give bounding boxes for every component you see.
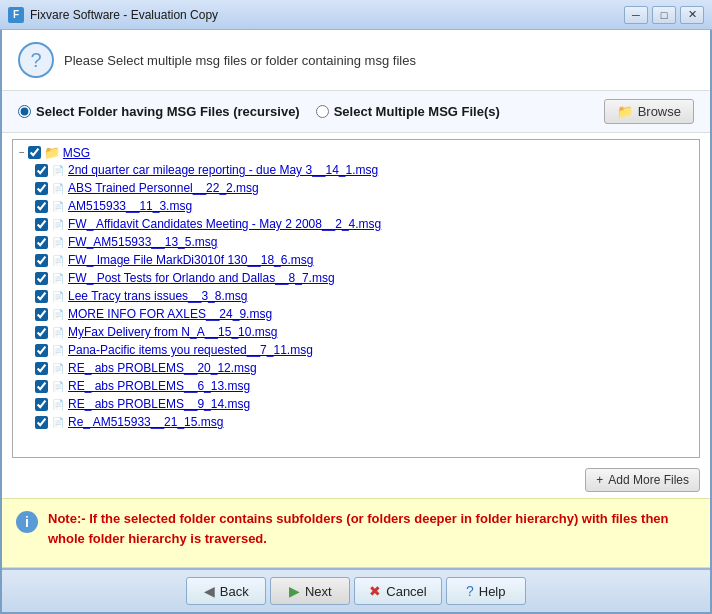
browse-label: Browse [638, 104, 681, 119]
file-name: FW_ Post Tests for Orlando and Dallas__8… [68, 271, 335, 285]
browse-icon: 📁 [617, 104, 633, 119]
file-checkbox[interactable] [35, 416, 48, 429]
radio-files[interactable] [316, 105, 329, 118]
file-name: MORE INFO FOR AXLES__24_9.msg [68, 307, 272, 321]
tree-item[interactable]: 📄2nd quarter car mileage reporting - due… [33, 161, 695, 179]
file-name: RE_ abs PROBLEMS__20_12.msg [68, 361, 257, 375]
file-tree-wrapper: − 📁 MSG 📄2nd quarter car mileage reporti… [12, 139, 700, 458]
folder-icon: 📁 [44, 145, 60, 160]
maximize-button[interactable]: □ [652, 6, 676, 24]
back-button[interactable]: ◀ Back [186, 577, 266, 605]
info-icon: ? [18, 42, 54, 78]
file-checkbox[interactable] [35, 200, 48, 213]
file-name: AM515933__11_3.msg [68, 199, 192, 213]
file-name: Re_ AM515933__21_15.msg [68, 415, 223, 429]
radio-files-label: Select Multiple MSG File(s) [334, 104, 500, 119]
radio-option-folder[interactable]: Select Folder having MSG Files (recursiv… [18, 104, 300, 119]
back-label: Back [220, 584, 249, 599]
add-more-icon: + [596, 473, 603, 487]
file-icon: 📄 [52, 291, 64, 302]
file-icon: 📄 [52, 381, 64, 392]
title-bar: F Fixvare Software - Evaluation Copy ─ □… [0, 0, 712, 30]
tree-item[interactable]: 📄AM515933__11_3.msg [33, 197, 695, 215]
bottom-nav: ◀ Back ▶ Next ✖ Cancel ? Help [2, 568, 710, 612]
tree-item[interactable]: 📄ABS Trained Personnel__22_2.msg [33, 179, 695, 197]
radio-option-files[interactable]: Select Multiple MSG File(s) [316, 104, 500, 119]
browse-button[interactable]: 📁 Browse [604, 99, 694, 124]
cancel-icon: ✖ [369, 583, 381, 599]
tree-item[interactable]: 📄Lee Tracy trans issues__3_8.msg [33, 287, 695, 305]
tree-item[interactable]: 📄Re_ AM515933__21_15.msg [33, 413, 695, 431]
file-icon: 📄 [52, 363, 64, 374]
tree-item[interactable]: 📄MyFax Delivery from N_A__15_10.msg [33, 323, 695, 341]
file-icon: 📄 [52, 237, 64, 248]
file-tree-scroll[interactable]: − 📁 MSG 📄2nd quarter car mileage reporti… [13, 140, 699, 457]
file-icon: 📄 [52, 255, 64, 266]
file-name: Pana-Pacific items you requested__7_11.m… [68, 343, 313, 357]
tree-item[interactable]: 📄FW_ Affidavit Candidates Meeting - May … [33, 215, 695, 233]
add-more-label: Add More Files [608, 473, 689, 487]
file-name: RE_ abs PROBLEMS__9_14.msg [68, 397, 250, 411]
cancel-button[interactable]: ✖ Cancel [354, 577, 441, 605]
tree-root-item[interactable]: − 📁 MSG [17, 144, 695, 161]
file-icon: 📄 [52, 219, 64, 230]
window-controls: ─ □ ✕ [624, 6, 704, 24]
file-checkbox[interactable] [35, 380, 48, 393]
tree-item[interactable]: 📄FW_ Post Tests for Orlando and Dallas__… [33, 269, 695, 287]
cancel-label: Cancel [386, 584, 426, 599]
file-checkbox[interactable] [35, 308, 48, 321]
help-button[interactable]: ? Help [446, 577, 526, 605]
file-checkbox[interactable] [35, 218, 48, 231]
file-checkbox[interactable] [35, 182, 48, 195]
file-checkbox[interactable] [35, 164, 48, 177]
note-text: Note:- If the selected folder contains s… [48, 509, 696, 548]
radio-folder-label: Select Folder having MSG Files (recursiv… [36, 104, 300, 119]
help-label: Help [479, 584, 506, 599]
next-label: Next [305, 584, 332, 599]
tree-item[interactable]: 📄RE_ abs PROBLEMS__20_12.msg [33, 359, 695, 377]
file-name: Lee Tracy trans issues__3_8.msg [68, 289, 247, 303]
tree-item[interactable]: 📄FW_AM515933__13_5.msg [33, 233, 695, 251]
window-content: ? Please Select multiple msg files or fo… [0, 30, 712, 614]
file-checkbox[interactable] [35, 236, 48, 249]
tree-item[interactable]: 📄RE_ abs PROBLEMS__6_13.msg [33, 377, 695, 395]
radio-folder[interactable] [18, 105, 31, 118]
help-icon: ? [466, 583, 474, 599]
header-text: Please Select multiple msg files or fold… [64, 53, 416, 68]
radio-section: Select Folder having MSG Files (recursiv… [2, 91, 710, 133]
file-checkbox[interactable] [35, 344, 48, 357]
file-icon: 📄 [52, 345, 64, 356]
root-checkbox[interactable] [28, 146, 41, 159]
file-name: FW_ Image File MarkDi3010f 130__18_6.msg [68, 253, 313, 267]
collapse-icon: − [19, 147, 25, 158]
file-icon: 📄 [52, 273, 64, 284]
next-button[interactable]: ▶ Next [270, 577, 350, 605]
header-section: ? Please Select multiple msg files or fo… [2, 30, 710, 91]
back-icon: ◀ [204, 583, 215, 599]
file-name: ABS Trained Personnel__22_2.msg [68, 181, 259, 195]
file-checkbox[interactable] [35, 326, 48, 339]
next-icon: ▶ [289, 583, 300, 599]
add-more-files-button[interactable]: + Add More Files [585, 468, 700, 492]
minimize-button[interactable]: ─ [624, 6, 648, 24]
file-checkbox[interactable] [35, 398, 48, 411]
file-icon: 📄 [52, 417, 64, 428]
tree-item[interactable]: 📄FW_ Image File MarkDi3010f 130__18_6.ms… [33, 251, 695, 269]
note-info-icon: i [16, 511, 38, 533]
file-name: FW_ Affidavit Candidates Meeting - May 2… [68, 217, 381, 231]
file-name: RE_ abs PROBLEMS__6_13.msg [68, 379, 250, 393]
file-icon: 📄 [52, 201, 64, 212]
file-name: FW_AM515933__13_5.msg [68, 235, 217, 249]
tree-item[interactable]: 📄Pana-Pacific items you requested__7_11.… [33, 341, 695, 359]
file-icon: 📄 [52, 309, 64, 320]
file-checkbox[interactable] [35, 272, 48, 285]
app-icon: F [8, 7, 24, 23]
file-checkbox[interactable] [35, 362, 48, 375]
file-checkbox[interactable] [35, 290, 48, 303]
close-button[interactable]: ✕ [680, 6, 704, 24]
file-checkbox[interactable] [35, 254, 48, 267]
add-more-section: + Add More Files [2, 464, 710, 498]
tree-item[interactable]: 📄RE_ abs PROBLEMS__9_14.msg [33, 395, 695, 413]
tree-root: − 📁 MSG 📄2nd quarter car mileage reporti… [13, 140, 699, 435]
tree-item[interactable]: 📄MORE INFO FOR AXLES__24_9.msg [33, 305, 695, 323]
